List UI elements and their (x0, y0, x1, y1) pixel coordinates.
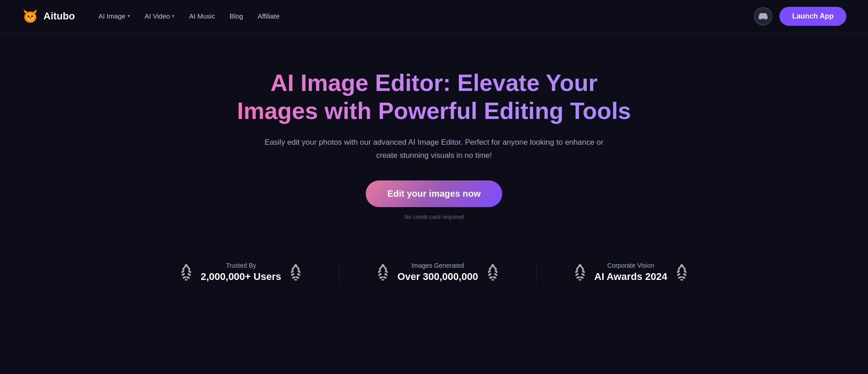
svg-point-68 (678, 276, 682, 279)
stat-divider-1 (339, 261, 340, 284)
svg-point-5 (31, 15, 33, 17)
logo-group[interactable]: Aitubo (22, 8, 75, 25)
nav-item-ai-image[interactable]: AI Image ▾ (93, 9, 136, 24)
svg-point-51 (578, 279, 581, 280)
svg-point-53 (575, 272, 579, 276)
laurel-right-icon-3 (675, 263, 689, 281)
svg-point-69 (677, 272, 681, 276)
svg-point-30 (379, 276, 383, 279)
hero-subtitle: Easily edit your photos with our advance… (253, 136, 615, 162)
laurel-right-icon-2 (486, 263, 500, 281)
hero-title: AI Image Editor: Elevate Your Images wit… (231, 69, 637, 125)
stats-row: Trusted By 2,000,000+ Users (18, 247, 850, 297)
stat-item-awards: Corporate Vision AI Awards 2024 (573, 262, 689, 283)
svg-point-36 (384, 272, 388, 276)
svg-point-46 (489, 276, 493, 279)
svg-point-63 (682, 276, 686, 279)
hero-section: AI Image Editor: Elevate Your Images wit… (0, 33, 868, 324)
laurel-left-icon-3 (573, 263, 587, 281)
stat-label-awards: Corporate Vision (607, 262, 654, 269)
svg-point-18 (294, 279, 297, 280)
svg-point-13 (186, 276, 190, 279)
stat-item-users: Trusted By 2,000,000+ Users (179, 262, 303, 283)
stat-content-awards: Corporate Vision AI Awards 2024 (594, 262, 667, 283)
launch-app-button[interactable]: Launch App (779, 7, 846, 26)
stat-value-images: Over 300,000,000 (397, 271, 478, 283)
nav-links: AI Image ▾ AI Video ▾ AI Music Blog Affi… (93, 9, 285, 24)
svg-point-47 (487, 272, 491, 276)
discord-icon (759, 12, 768, 21)
nav-left: Aitubo AI Image ▾ AI Video ▾ AI Music Bl… (22, 8, 285, 25)
svg-point-29 (382, 279, 385, 280)
stat-value-users: 2,000,000+ Users (201, 271, 281, 283)
svg-point-9 (181, 272, 185, 276)
nav-item-ai-video[interactable]: AI Video ▾ (139, 9, 180, 24)
chevron-down-icon: ▾ (172, 13, 175, 19)
svg-point-8 (182, 276, 186, 279)
svg-point-58 (581, 272, 585, 276)
stat-item-images: Images Generated Over 300,000,000 (376, 262, 500, 283)
no-credit-text: No credit card required (404, 213, 464, 220)
laurel-left-icon (179, 263, 193, 281)
nav-right: Launch App (754, 7, 846, 26)
svg-point-35 (383, 276, 387, 279)
svg-point-24 (292, 276, 296, 279)
stat-content-images: Images Generated Over 300,000,000 (397, 262, 478, 283)
nav-item-ai-music[interactable]: AI Music (184, 9, 221, 24)
cta-button[interactable]: Edit your images now (366, 180, 503, 207)
svg-point-6 (29, 17, 32, 19)
discord-button[interactable] (754, 7, 772, 25)
stat-divider-2 (536, 261, 537, 284)
stat-content-users: Trusted By 2,000,000+ Users (201, 262, 281, 283)
svg-point-64 (683, 272, 687, 276)
stat-label-images: Images Generated (411, 262, 464, 269)
svg-point-19 (296, 276, 300, 279)
svg-point-52 (576, 276, 580, 279)
chevron-down-icon: ▾ (127, 13, 130, 19)
svg-point-41 (492, 276, 496, 279)
svg-point-4 (28, 15, 29, 17)
svg-point-31 (378, 272, 382, 276)
svg-point-57 (580, 276, 584, 279)
svg-point-14 (187, 272, 191, 276)
svg-point-62 (680, 279, 684, 280)
nav-item-affiliate[interactable]: Affiliate (252, 9, 285, 24)
navbar: Aitubo AI Image ▾ AI Video ▾ AI Music Bl… (0, 0, 868, 33)
svg-point-7 (185, 279, 188, 280)
laurel-left-icon-2 (376, 263, 390, 281)
laurel-right-icon (288, 263, 303, 281)
svg-point-42 (494, 272, 498, 276)
nav-item-blog[interactable]: Blog (224, 9, 249, 24)
stat-label-users: Trusted By (226, 262, 256, 269)
svg-point-20 (297, 272, 301, 276)
stat-value-awards: AI Awards 2024 (594, 271, 667, 283)
logo-text: Aitubo (43, 10, 75, 22)
svg-point-40 (491, 279, 494, 280)
logo-icon (22, 8, 39, 25)
svg-point-25 (291, 272, 295, 276)
